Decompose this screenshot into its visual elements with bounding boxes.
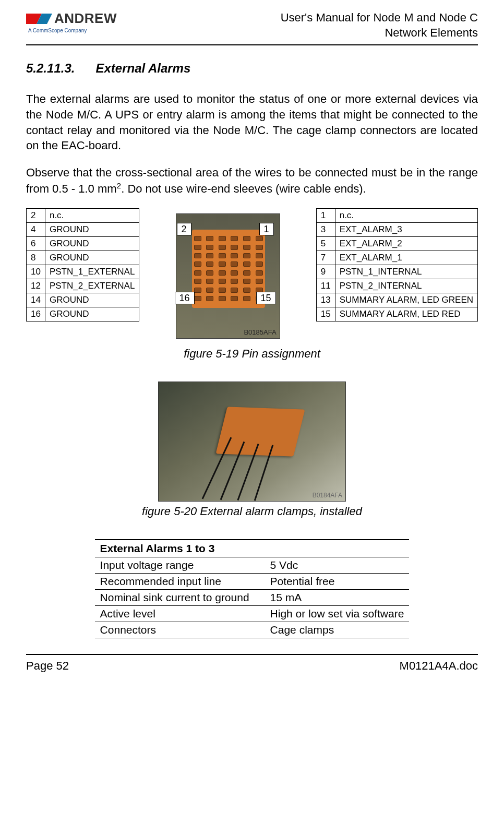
pin-number: 14 bbox=[27, 293, 45, 307]
doc-title: User's Manual for Node M and Node C Netw… bbox=[281, 10, 478, 40]
pin-table-left: 2n.c.4GROUND6GROUND8GROUND10PSTN_1_EXTER… bbox=[26, 208, 139, 321]
spec-key: Nominal sink current to ground bbox=[95, 589, 265, 605]
pin-label: EXT_ALARM_2 bbox=[335, 236, 477, 251]
connector-block-icon bbox=[192, 230, 265, 308]
pin-number: 6 bbox=[27, 236, 45, 251]
pin-label: GROUND bbox=[45, 222, 139, 236]
pin-number: 12 bbox=[27, 279, 45, 293]
spec-value: 15 mA bbox=[265, 589, 410, 605]
doc-title-line1: User's Manual for Node M and Node C bbox=[281, 10, 478, 26]
table-row: 9PSTN_1_INTERNAL bbox=[316, 265, 477, 279]
table-row: Active levelHigh or low set via software bbox=[95, 605, 410, 622]
pin-label: SUMMARY ALARM, LED GREEN bbox=[335, 293, 477, 307]
doc-filename: M0121A4A.doc bbox=[400, 659, 478, 673]
pin-label: PSTN_2_EXTERNAL bbox=[45, 279, 139, 293]
page-number: Page 52 bbox=[26, 659, 69, 673]
header-rule bbox=[26, 44, 478, 45]
table-row: 1n.c. bbox=[316, 208, 477, 222]
pin-number: 10 bbox=[27, 265, 45, 279]
figure-caption-1: figure 5-19 Pin assignment bbox=[26, 347, 478, 361]
pin-label: PSTN_1_EXTERNAL bbox=[45, 265, 139, 279]
spec-key: Recommended input line bbox=[95, 573, 265, 589]
pin-label: n.c. bbox=[45, 208, 139, 222]
spec-table: External Alarms 1 to 3 Input voltage ran… bbox=[95, 539, 410, 638]
pin-number: 13 bbox=[316, 293, 335, 307]
spec-value: Potential free bbox=[265, 573, 410, 589]
figure-caption-2: figure 5-20 External alarm clamps, insta… bbox=[26, 505, 478, 518]
pin-table-right: 1n.c.3EXT_ALARM_35EXT_ALARM_27EXT_ALARM_… bbox=[316, 208, 478, 321]
table-row: 13SUMMARY ALARM, LED GREEN bbox=[316, 293, 477, 307]
pin-number: 2 bbox=[27, 208, 45, 222]
spec-value: Cage clamps bbox=[265, 622, 410, 638]
table-row: 3EXT_ALARM_3 bbox=[316, 222, 477, 236]
table-row: 10PSTN_1_EXTERNAL bbox=[27, 265, 139, 279]
table-row: 14GROUND bbox=[27, 293, 139, 307]
pin-label: PSTN_2_INTERNAL bbox=[335, 279, 477, 293]
paragraph-2: Observe that the cross-sectional area of… bbox=[26, 165, 478, 197]
table-row: 15SUMMARY ALARM, LED RED bbox=[316, 307, 477, 321]
pin-number: 4 bbox=[27, 222, 45, 236]
pin-number: 3 bbox=[316, 222, 335, 236]
table-row: 12PSTN_2_EXTERNAL bbox=[27, 279, 139, 293]
table-row: 11PSTN_2_INTERNAL bbox=[316, 279, 477, 293]
paragraph-1: The external alarms are used to monitor … bbox=[26, 91, 478, 153]
table-row: 7EXT_ALARM_1 bbox=[316, 251, 477, 265]
svg-marker-0 bbox=[26, 14, 42, 19]
pin-label: GROUND bbox=[45, 307, 139, 321]
pin-label: SUMMARY ALARM, LED RED bbox=[335, 307, 477, 321]
installed-figure: B0184AFA bbox=[158, 382, 346, 502]
table-row: 4GROUND bbox=[27, 222, 139, 236]
pin-callout-2: 2 bbox=[177, 223, 191, 235]
spec-value: 5 Vdc bbox=[265, 557, 410, 573]
pin-number: 7 bbox=[316, 251, 335, 265]
table-row: 16GROUND bbox=[27, 307, 139, 321]
pin-label: GROUND bbox=[45, 251, 139, 265]
spec-key: Active level bbox=[95, 605, 265, 622]
spec-value: High or low set via software bbox=[265, 605, 410, 622]
table-row: 8GROUND bbox=[27, 251, 139, 265]
pin-number: 5 bbox=[316, 236, 335, 251]
figure-id-1: B0185AFA bbox=[244, 328, 276, 336]
spec-table-header: External Alarms 1 to 3 bbox=[95, 540, 410, 557]
table-row: Recommended input linePotential free bbox=[95, 573, 410, 589]
pin-label: PSTN_1_INTERNAL bbox=[335, 265, 477, 279]
pin-label: n.c. bbox=[335, 208, 477, 222]
doc-title-line2: Network Elements bbox=[281, 26, 478, 41]
pin-number: 11 bbox=[316, 279, 335, 293]
pin-number: 15 bbox=[316, 307, 335, 321]
logo-flag-icon bbox=[26, 13, 52, 25]
table-row: 2n.c. bbox=[27, 208, 139, 222]
pin-label: EXT_ALARM_1 bbox=[335, 251, 477, 265]
pin-callout-16: 16 bbox=[175, 292, 195, 304]
pin-callout-1: 1 bbox=[259, 223, 274, 235]
figure-id-2: B0184AFA bbox=[313, 492, 342, 499]
logo-subtext: A CommScope Company bbox=[28, 28, 87, 33]
pin-number: 8 bbox=[27, 251, 45, 265]
pin-number: 9 bbox=[316, 265, 335, 279]
pin-label: GROUND bbox=[45, 236, 139, 251]
spec-key: Connectors bbox=[95, 622, 265, 638]
pin-label: GROUND bbox=[45, 293, 139, 307]
pin-callout-15: 15 bbox=[256, 292, 276, 304]
pin-label: EXT_ALARM_3 bbox=[335, 222, 477, 236]
pin-number: 1 bbox=[316, 208, 335, 222]
footer-rule bbox=[26, 654, 478, 655]
table-row: 5EXT_ALARM_2 bbox=[316, 236, 477, 251]
brand-logo: ANDREW A CommScope Company bbox=[26, 10, 117, 33]
table-row: 6GROUND bbox=[27, 236, 139, 251]
section-title: External Alarms bbox=[95, 61, 190, 75]
logo-brand-text: ANDREW bbox=[54, 10, 117, 27]
section-number: 5.2.11.3. bbox=[26, 61, 75, 75]
section-heading: 5.2.11.3. External Alarms bbox=[26, 61, 478, 76]
table-row: Input voltage range5 Vdc bbox=[95, 557, 410, 573]
connector-figure: B0185AFA 2 1 16 15 bbox=[165, 208, 291, 344]
spec-key: Input voltage range bbox=[95, 557, 265, 573]
table-row: Nominal sink current to ground15 mA bbox=[95, 589, 410, 605]
wire-icon bbox=[202, 437, 232, 499]
installed-connector-icon bbox=[215, 407, 305, 456]
table-row: ConnectorsCage clamps bbox=[95, 622, 410, 638]
pin-number: 16 bbox=[27, 307, 45, 321]
